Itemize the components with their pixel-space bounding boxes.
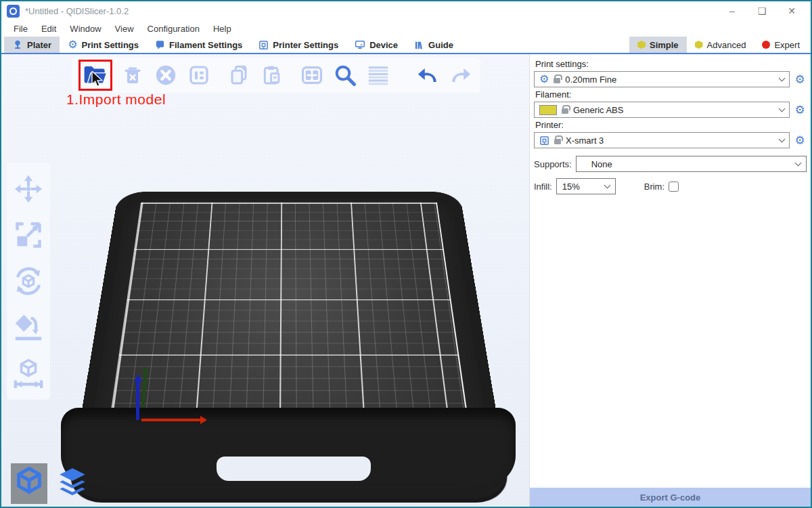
split-objects-icon — [300, 64, 323, 87]
printer-icon — [258, 40, 269, 50]
filament-label: Filament: — [535, 89, 807, 100]
menu-help[interactable]: Help — [206, 22, 238, 35]
guide-books-icon — [414, 40, 424, 50]
copy-button[interactable] — [226, 62, 252, 88]
undo-button[interactable] — [415, 62, 441, 88]
lock-icon — [554, 78, 560, 83]
filament-icon — [155, 40, 165, 50]
place-on-face-gizmo-button[interactable] — [13, 312, 44, 343]
undo-arrow-icon — [416, 64, 439, 87]
delete-button[interactable] — [120, 62, 145, 88]
menu-window[interactable]: Window — [63, 22, 108, 35]
mode-simple[interactable]: Simple — [629, 37, 687, 53]
lock-icon — [562, 108, 568, 114]
delete-all-circle-icon — [154, 64, 177, 87]
tab-guide[interactable]: Guide — [406, 37, 461, 53]
move-gizmo-button[interactable] — [13, 173, 44, 205]
mouse-cursor-icon — [90, 71, 105, 87]
variable-layer-height-button[interactable] — [365, 62, 391, 88]
mode-advanced-label: Advanced — [707, 40, 746, 50]
menu-view[interactable]: View — [108, 22, 141, 35]
printer-value: X-smart 3 — [566, 135, 604, 146]
tab-filament-settings[interactable]: Filament Settings — [147, 37, 250, 53]
move-icon — [14, 174, 43, 204]
menu-edit[interactable]: Edit — [35, 22, 63, 35]
chevron-down-icon — [779, 106, 786, 112]
title-bar: *Untitled - QIDISlicer-1.0.2 – ❑ ✕ — [1, 1, 811, 20]
bed-tray — [67, 192, 511, 499]
measure-gizmo-button[interactable] — [13, 358, 44, 389]
close-button[interactable]: ✕ — [777, 5, 807, 16]
tab-filament-settings-label: Filament Settings — [169, 40, 242, 50]
printer-combo[interactable]: X-smart 3 — [534, 132, 790, 148]
tab-device-label: Device — [369, 40, 398, 50]
device-monitor-icon — [355, 39, 365, 50]
lock-icon — [554, 139, 561, 144]
supports-combo[interactable]: None — [576, 156, 807, 172]
rotate-icon — [13, 266, 44, 297]
menu-file[interactable]: File — [7, 22, 35, 35]
tab-printer-settings[interactable]: Printer Settings — [250, 37, 346, 53]
split-objects-button[interactable] — [299, 62, 325, 88]
rotate-gizmo-button[interactable] — [13, 266, 44, 297]
y-axis-arrow — [141, 373, 147, 408]
infill-label: Infill: — [534, 182, 552, 192]
print-settings-label: Print settings: — [535, 59, 807, 69]
paste-button[interactable] — [259, 62, 285, 88]
printer-icon — [539, 135, 549, 146]
tab-plater-label: Plater — [27, 40, 51, 50]
brim-label: Brim: — [644, 182, 664, 192]
tab-bar: Plater ⚙ Print Settings Filament Setting… — [1, 37, 811, 54]
print-settings-combo[interactable]: ⚙ 0.20mm Fine — [534, 71, 790, 87]
copy-icon — [228, 64, 250, 86]
layers-view-toggle[interactable] — [54, 463, 91, 504]
mode-expert[interactable]: Expert — [754, 37, 808, 53]
filament-combo[interactable]: Generic ABS — [534, 102, 790, 118]
paste-clipboard-icon — [261, 64, 283, 86]
search-icon — [333, 63, 357, 87]
simple-mode-icon — [637, 41, 646, 49]
edit-filament-button[interactable]: ⚙ — [793, 104, 807, 116]
preset-gear-icon: ⚙ — [539, 74, 549, 85]
tab-device[interactable]: Device — [346, 37, 406, 53]
tab-plater[interactable]: Plater — [4, 37, 60, 53]
search-button[interactable] — [332, 62, 358, 88]
minimize-button[interactable]: – — [717, 5, 747, 16]
edit-print-settings-button[interactable]: ⚙ — [793, 74, 807, 85]
settings-panel: Print settings: ⚙ 0.20mm Fine ⚙ Filament… — [529, 54, 811, 507]
3d-cube-icon — [14, 465, 45, 496]
maximize-button[interactable]: ❑ — [747, 5, 777, 16]
redo-button[interactable] — [448, 62, 474, 88]
qidislicer-window: { "window": { "title": "*Untitled - QIDI… — [0, 0, 812, 508]
gizmo-toolbar — [7, 163, 50, 400]
3d-viewport[interactable]: 1.Import model — [1, 54, 529, 507]
brim-checkbox[interactable] — [669, 182, 679, 192]
delete-all-button[interactable] — [153, 62, 179, 88]
expert-mode-icon — [762, 41, 770, 49]
edit-printer-button[interactable]: ⚙ — [793, 135, 807, 146]
trash-delete-icon — [122, 64, 143, 86]
filament-color-swatch — [539, 105, 557, 115]
mode-switcher: Simple Advanced Expert — [629, 37, 808, 53]
supports-value: None — [582, 159, 612, 169]
menu-bar: File Edit Window View Configuration Help — [1, 20, 811, 37]
arrange-grid-icon — [188, 64, 210, 86]
export-gcode-button[interactable]: Export G-code — [530, 488, 811, 507]
x-axis-arrow — [141, 419, 201, 421]
infill-combo[interactable]: 15% — [556, 178, 616, 194]
menu-configuration[interactable]: Configuration — [141, 22, 206, 35]
arrange-button[interactable] — [186, 62, 212, 88]
measure-icon — [13, 358, 44, 389]
mode-advanced[interactable]: Advanced — [687, 37, 754, 53]
tab-print-settings-label: Print Settings — [81, 40, 139, 50]
chevron-down-icon — [795, 160, 802, 167]
mode-expert-label: Expert — [774, 40, 800, 50]
layer-lines-icon — [367, 64, 390, 87]
3d-view-toggle[interactable] — [11, 463, 47, 504]
place-on-face-icon — [13, 312, 44, 343]
scale-gizmo-button[interactable] — [13, 219, 44, 251]
redo-arrow-icon — [449, 64, 472, 87]
chevron-down-icon — [779, 75, 786, 82]
printer-label: Printer: — [535, 120, 807, 130]
tab-print-settings[interactable]: ⚙ Print Settings — [60, 37, 147, 53]
